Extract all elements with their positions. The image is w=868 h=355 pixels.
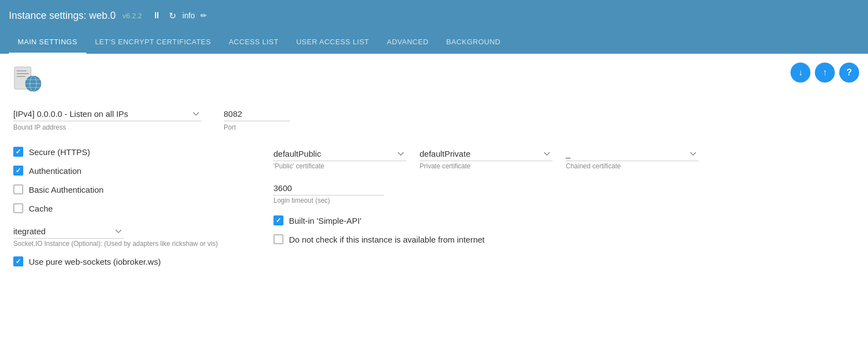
svg-rect-2 bbox=[17, 73, 29, 74]
authentication-checkbox[interactable] bbox=[13, 166, 23, 176]
app-icon bbox=[13, 65, 42, 94]
bound-ip-label: Bound IP address bbox=[13, 124, 202, 131]
chained-cert-field: _ none Chained certificate bbox=[566, 147, 699, 170]
certs-row: defaultPublic custom 'Public' certificat… bbox=[273, 147, 855, 170]
svg-rect-3 bbox=[17, 76, 25, 77]
pure-websockets-label: Use pure web-sockets (iobroker.ws) bbox=[29, 257, 161, 266]
right-column: defaultPublic custom 'Public' certificat… bbox=[273, 147, 855, 244]
private-cert-select[interactable]: defaultPrivate custom bbox=[420, 147, 552, 161]
secure-https-checkbox[interactable] bbox=[13, 147, 23, 157]
pure-websockets-row: Use pure web-sockets (iobroker.ws) bbox=[13, 256, 251, 266]
socket-io-row: itegrated none Socket.IO Instance (Optio… bbox=[13, 224, 251, 248]
no-internet-check-row: Do not check if this instance is availab… bbox=[273, 234, 855, 244]
download-button[interactable]: ↓ bbox=[790, 63, 810, 83]
public-cert-label: 'Public' certificate bbox=[273, 162, 406, 170]
port-input[interactable] bbox=[224, 107, 290, 121]
upload-button[interactable]: ↑ bbox=[815, 63, 835, 83]
tab-advanced[interactable]: ADVANCED bbox=[378, 31, 437, 54]
left-column: Secure (HTTPS) Authentication Basic Auth… bbox=[13, 147, 251, 266]
basic-auth-label: Basic Authentication bbox=[29, 185, 104, 194]
login-timeout-label: Login timeout (sec) bbox=[273, 197, 855, 204]
ip-port-row: [IPv4] 0.0.0.0 - Listen on all IPs [IPv6… bbox=[13, 107, 855, 131]
port-field: Port bbox=[224, 107, 290, 131]
help-button[interactable]: ? bbox=[839, 63, 859, 83]
simple-api-label: Built-in 'Simple-API' bbox=[289, 216, 361, 225]
tab-access-list[interactable]: ACCESS LIST bbox=[220, 31, 287, 54]
private-cert-label: Private certificate bbox=[420, 162, 552, 170]
chained-cert-label: Chained certificate bbox=[566, 162, 699, 170]
authentication-label: Authentication bbox=[29, 166, 81, 176]
cache-label: Cache bbox=[29, 204, 53, 213]
cache-row: Cache bbox=[13, 203, 251, 213]
pause-button[interactable]: ⏸ bbox=[151, 9, 162, 22]
basic-auth-row: Basic Authentication bbox=[13, 184, 251, 194]
tab-lets-encrypt[interactable]: LET'S ENCRYPT CERTIFICATES bbox=[86, 31, 220, 54]
basic-auth-checkbox[interactable] bbox=[13, 184, 23, 194]
bound-ip-select[interactable]: [IPv4] 0.0.0.0 - Listen on all IPs [IPv6… bbox=[13, 107, 202, 121]
public-cert-field: defaultPublic custom 'Public' certificat… bbox=[273, 147, 406, 170]
refresh-button[interactable]: ↻ bbox=[168, 9, 177, 22]
info-link[interactable]: info bbox=[183, 11, 195, 20]
tab-user-access-list[interactable]: USER ACCESS LIST bbox=[287, 31, 378, 54]
action-buttons: ↓ ↑ ? bbox=[790, 63, 859, 83]
tab-background[interactable]: BACKGROUND bbox=[437, 31, 509, 54]
tabs-bar: MAIN SETTINGS LET'S ENCRYPT CERTIFICATES… bbox=[0, 31, 868, 54]
private-cert-field: defaultPrivate custom Private certificat… bbox=[420, 147, 552, 170]
cache-checkbox[interactable] bbox=[13, 203, 23, 213]
chained-cert-select[interactable]: _ none bbox=[566, 147, 699, 161]
public-cert-select[interactable]: defaultPublic custom bbox=[273, 147, 406, 161]
login-timeout-field: Login timeout (sec) bbox=[273, 181, 855, 204]
version-badge: v6.2.2 bbox=[122, 12, 142, 20]
socket-io-label: Socket.IO Instance (Optional): (Used by … bbox=[13, 240, 251, 248]
secure-https-row: Secure (HTTPS) bbox=[13, 147, 251, 157]
app-icon-area bbox=[13, 63, 855, 94]
simple-api-checkbox[interactable] bbox=[273, 215, 283, 225]
login-timeout-input[interactable] bbox=[273, 181, 384, 195]
page-title: Instance settings: web.0 bbox=[9, 10, 116, 22]
no-internet-check-checkbox[interactable] bbox=[273, 234, 283, 244]
no-internet-check-label: Do not check if this instance is availab… bbox=[289, 235, 485, 244]
socket-io-select[interactable]: itegrated none bbox=[13, 224, 124, 239]
svg-rect-1 bbox=[17, 70, 27, 71]
tab-main-settings[interactable]: MAIN SETTINGS bbox=[9, 31, 86, 54]
port-label: Port bbox=[224, 124, 290, 131]
bound-ip-field: [IPv4] 0.0.0.0 - Listen on all IPs [IPv6… bbox=[13, 107, 202, 131]
two-col-layout: Secure (HTTPS) Authentication Basic Auth… bbox=[13, 147, 855, 266]
authentication-row: Authentication bbox=[13, 166, 251, 176]
edit-icon[interactable]: ✏ bbox=[200, 11, 207, 20]
header-icons: ⏸ ↻ info ✏ bbox=[151, 9, 208, 22]
header: Instance settings: web.0 v6.2.2 ⏸ ↻ info… bbox=[0, 0, 868, 31]
main-content: ↓ ↑ ? [IPv4] 0.0.0.0 - Listen on all IPs… bbox=[0, 54, 868, 355]
secure-https-label: Secure (HTTPS) bbox=[29, 147, 90, 157]
pure-websockets-checkbox[interactable] bbox=[13, 256, 23, 266]
simple-api-row: Built-in 'Simple-API' bbox=[273, 215, 855, 225]
